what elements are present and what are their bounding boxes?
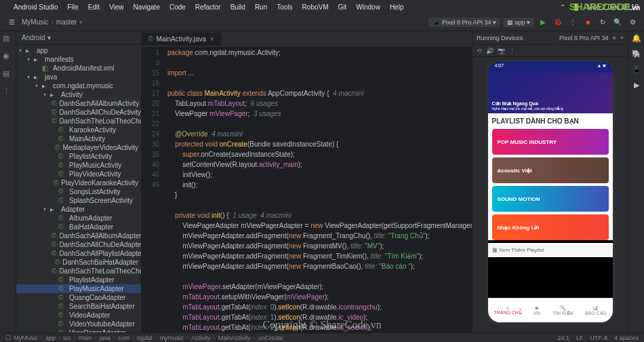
featured-banner[interactable]: Cơn Mưa Ngang Qua Nghe nhạc mọi lúc mọi … [488,73,613,113]
run-button[interactable]: ▶ [538,17,548,28]
volume-icon[interactable]: 🔊 [486,48,494,54]
device-tab[interactable]: Pixel 8 Pro API 34 [559,35,609,41]
tree-node-baihatadapter[interactable]: ©BaiHatAdapter [16,223,141,231]
tree-node-danhsachallplaylistadapter[interactable]: ©DanhSachAllPlaylistAdapter [16,249,141,258]
tree-node-activity[interactable]: ▾▸Activity [16,90,141,99]
resource-tool-icon[interactable]: ▤ [3,69,14,80]
wifi-icon[interactable]: ⌃ [560,3,565,11]
nav-search[interactable]: 🔍TÌM KIẾM [552,305,573,316]
tree-node-danhsachtheloaitheochudeadapter[interactable]: ©DanhSachTheLoaiTheoChuDeAdapter [16,267,141,276]
menu-help[interactable]: Help [390,3,404,11]
git-update-icon[interactable]: ↻ [597,17,608,28]
tree-node-adapter[interactable]: ▾▸Adapter [16,205,141,214]
device-manager-icon[interactable]: 📱 [632,65,641,74]
view-more-link[interactable]: ▦ Xem Thêm Playlist [488,243,613,257]
project-name[interactable]: MyMusic [22,18,48,26]
menu-edit[interactable]: Edit [88,3,100,11]
notifications-icon[interactable]: 🔔 [632,34,641,43]
emulator-icon[interactable]: ▶ [634,81,639,90]
tree-node-androidmanifest-xml[interactable]: ◧AndroidManifest.xml [16,64,141,73]
debug-button[interactable]: 🐞 [552,17,563,28]
tree-node-videoadapter[interactable]: ©VideoAdapter [16,311,141,320]
tree-node-playlistadapter[interactable]: ©PlaylistAdapter [16,276,141,284]
tree-node-app[interactable]: ▾▸app [16,46,141,55]
playlist-item[interactable]: POP MUSIC INDUSTRY [492,129,609,155]
tree-node-danhsachtheloaitheochudeactivity[interactable]: ©DanhSachTheLoaiTheoChuDeActivity [16,117,141,126]
tree-node-playmusicadapter[interactable]: ©PlayMusicAdapter [16,284,141,293]
indent[interactable]: 4 spaces [614,335,639,341]
tree-node-songslistactivity[interactable]: ©SongsListActivity [16,187,141,196]
search-icon[interactable]: 🔍 [612,17,623,28]
tree-node-mainactivity[interactable]: ©MainActivity [16,134,141,143]
project-tool-icon[interactable]: ▥ [3,34,14,45]
encoding[interactable]: UTF-8 [590,335,607,341]
sharecode-logo: SHARECODE.vn [569,1,640,12]
tree-node-quangcaoadapter[interactable]: ©QuangCaoAdapter [16,293,141,302]
tree-node-playvideoactivity[interactable]: ©PlayVideoActivity [16,170,141,178]
structure-tool-icon[interactable]: ⋮ [3,87,14,98]
project-view-selector[interactable]: Android ▾ [16,31,141,45]
screenshot-icon[interactable]: 📷 [498,48,505,54]
nav-report[interactable]: 📊BÁO CÁO [585,305,607,316]
right-tool-strip: 🔔 🐘 📱 ▶ [628,31,644,332]
menu-app[interactable]: Android Studio [14,3,58,11]
menu-refactor[interactable]: Refactor [195,3,221,11]
tree-node-manifests[interactable]: ▾▸manifests [16,55,141,64]
menu-view[interactable]: View [109,3,124,11]
menu-code[interactable]: Code [169,3,186,11]
tree-node-danhsachallalbumadapter[interactable]: ©DanhSachAllAlbumAdapter [16,231,141,240]
menu-window[interactable]: Window [356,3,380,11]
device-selector[interactable]: 📱 Pixel 8 Pro API 34 ▾ [428,18,500,27]
tree-node-videoyoutubeadapter[interactable]: ©VideoYoutubeAdapter [16,320,141,328]
breadcrumb[interactable]: ☐ MyMusic›app›src›main›java›com›ngdat›my… [5,335,285,341]
ide-toolbar: ☰ MyMusic › master ▾ 📱 Pixel 8 Pro API 3… [0,14,644,31]
gradle-icon[interactable]: 🐘 [632,50,641,58]
more-icon[interactable]: ⋮ [509,48,515,54]
settings-icon[interactable]: ⚙ [627,17,638,28]
menu-file[interactable]: File [68,3,79,11]
tree-node-playvideokaraokeactivity[interactable]: ©PlayVideoKaraokeActivity [16,178,141,187]
editor-tab[interactable]: © MainActivity.java × [142,33,221,45]
tree-node-playlistactivity[interactable]: ©PlaylistActivity [16,152,141,161]
tree-node-albumadapter[interactable]: ©AlbumAdapter [16,214,141,223]
close-tab-icon[interactable]: × [210,35,214,43]
menu-git[interactable]: Git [338,3,347,11]
run-config[interactable]: ▦ app ▾ [503,18,534,27]
tree-node-splashscreenactivity[interactable]: ©SplashScreenActivity [16,196,141,205]
close-device-icon[interactable]: × [612,35,616,41]
menu-tools[interactable]: Tools [277,3,292,11]
tree-node-danhsachallalbumactivity[interactable]: ©DanhSachAllAlbumActivity [16,99,141,108]
tree-node-com-ngdat-mymusic[interactable]: ▾▸com.ngdat.mymusic [16,81,141,90]
rotate-icon[interactable]: ⟲ [477,48,482,54]
playlist-item[interactable]: Nhạc Không Lời [492,214,609,240]
nav-home[interactable]: ⌂TRANG CHỦ [494,305,522,316]
git-branch[interactable]: master [56,18,77,26]
add-device-icon[interactable]: + [620,35,624,41]
main-menu-icon[interactable]: ☰ [6,17,17,28]
playlist-item[interactable]: SOUND MOTION [492,186,609,212]
tree-node-karaokeactivity[interactable]: ©KaraokeActivity [16,126,141,134]
emulator-screen[interactable]: 4:07▲ ■ Cơn Mưa Ngang Qua Nghe nhạc mọi … [486,60,615,324]
menu-run[interactable]: Run [255,3,267,11]
commit-tool-icon[interactable]: ◉ [3,52,14,62]
more-actions-icon[interactable]: ⋮ [567,17,578,28]
nav-mv[interactable]: ▶MV [534,305,541,316]
tree-node-java[interactable]: ▾▸java [16,73,141,81]
menu-robovm[interactable]: RoboVM [302,3,329,11]
tree-node-viewpageradapter[interactable]: ©ViewPagerAdapter [16,328,141,332]
tree-node-danhsachallchudeactivity[interactable]: ©DanhSachAllChuDeActivity [16,108,141,117]
stop-button[interactable]: ■ [582,17,593,28]
tree-node-danhsachbaihatadapter[interactable]: ©DanhSachBaiHatAdapter [16,258,141,267]
tree-node-playmusicactivity[interactable]: ©PlayMusicActivity [16,161,141,170]
project-panel: Android ▾ ▾▸app▾▸manifests◧AndroidManife… [16,31,142,332]
code-editor[interactable]: 13151617202122243035404649 package com.n… [142,48,472,332]
line-separator[interactable]: LF [576,335,584,341]
macos-menubar: Android Studio File Edit View Navigate C… [0,0,644,14]
tree-node-searchbaihatadapter[interactable]: ©SearchBaiHatAdapter [16,302,141,311]
menu-build[interactable]: Build [230,3,245,11]
cursor-position[interactable]: 24:1 [557,335,569,341]
tree-node-mediaplayervideoactivity[interactable]: ©MediaplayerVideoActivity [16,143,141,152]
tree-node-danhsachallchudeadapter[interactable]: ©DanhSachAllChuDeAdapter [16,240,141,249]
menu-navigate[interactable]: Navigate [133,3,159,11]
playlist-item[interactable]: Acoustic Việt [492,157,609,183]
